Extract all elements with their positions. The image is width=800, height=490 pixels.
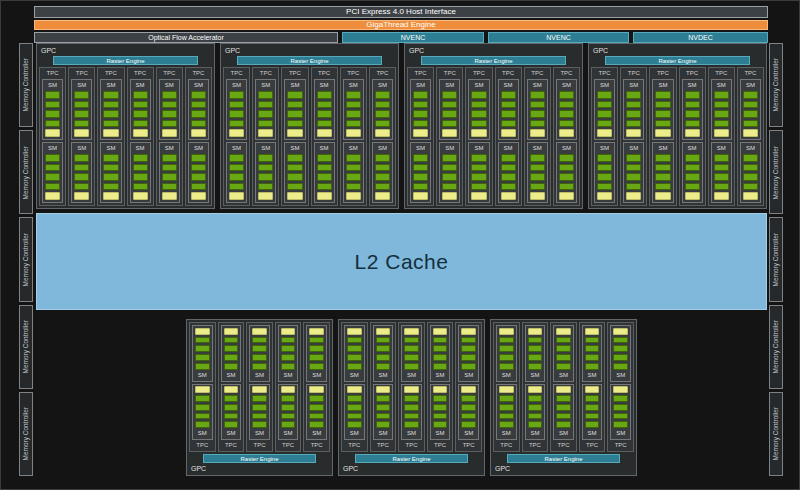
cuda-core-row bbox=[556, 354, 571, 361]
cuda-core-row bbox=[685, 173, 700, 181]
tpc-label: TPC bbox=[99, 69, 122, 78]
cuda-core-row bbox=[556, 404, 571, 411]
cuda-core-row bbox=[413, 110, 428, 118]
special-function-row bbox=[585, 386, 600, 393]
cuda-core-row bbox=[258, 183, 273, 191]
cuda-core-row bbox=[45, 120, 60, 128]
memory-controller-label: Memory Controller bbox=[773, 58, 780, 111]
cuda-core-row bbox=[613, 363, 628, 370]
sm-block: SM bbox=[221, 384, 242, 441]
special-function-row bbox=[45, 192, 60, 200]
cuda-core-row bbox=[433, 404, 448, 411]
special-function-row bbox=[597, 192, 612, 200]
special-function-row bbox=[317, 129, 332, 137]
cuda-core-row bbox=[530, 101, 545, 109]
cuda-core-row bbox=[74, 91, 89, 99]
sm-block: SM bbox=[130, 79, 151, 140]
sm-block: SM bbox=[594, 142, 615, 203]
memory-controller-block: Memory Controller bbox=[19, 305, 33, 389]
special-function-row bbox=[501, 192, 516, 200]
sm-label: SM bbox=[597, 82, 612, 89]
cuda-core-row bbox=[626, 183, 641, 191]
tpc-block: TPCSMSM bbox=[341, 322, 368, 452]
sm-label: SM bbox=[375, 82, 390, 89]
cuda-core-row bbox=[433, 337, 448, 344]
memory-controller-block: Memory Controller bbox=[19, 43, 33, 127]
cuda-core-row bbox=[162, 183, 177, 191]
sm-label: SM bbox=[655, 145, 670, 152]
tpc-label: TPC bbox=[225, 69, 248, 78]
sm-label: SM bbox=[714, 82, 729, 89]
cuda-core-row bbox=[133, 173, 148, 181]
tpc-block: TPCSMSM bbox=[649, 67, 676, 206]
tpc-block: TPCSMSM bbox=[607, 322, 634, 452]
l2-cache-block: L2 Cache bbox=[36, 213, 767, 310]
tpc-block: TPCSMSM bbox=[553, 67, 580, 206]
cuda-core-row bbox=[461, 395, 476, 402]
cuda-core-row bbox=[281, 404, 296, 411]
sm-block: SM bbox=[343, 142, 364, 203]
memory-controller-label: Memory Controller bbox=[773, 320, 780, 373]
cuda-core-row bbox=[499, 354, 514, 361]
sm-block: SM bbox=[221, 325, 242, 382]
tpc-label: TPC bbox=[220, 441, 243, 450]
special-function-row bbox=[376, 328, 391, 335]
sm-label: SM bbox=[714, 145, 729, 152]
cuda-core-row bbox=[530, 154, 545, 162]
tpc-label: TPC bbox=[429, 441, 452, 450]
sm-block: SM bbox=[255, 142, 276, 203]
cuda-core-row bbox=[103, 120, 118, 128]
tpc-label: TPC bbox=[129, 69, 152, 78]
cuda-core-row bbox=[685, 183, 700, 191]
tpc-label: TPC bbox=[342, 69, 365, 78]
sm-label: SM bbox=[626, 82, 641, 89]
gpc-block-top-4: GPCRaster EngineTPCSMSMTPCSMSMTPCSMSMTPC… bbox=[588, 43, 767, 209]
cuda-core-row bbox=[471, 154, 486, 162]
cuda-core-row bbox=[287, 154, 302, 162]
cuda-core-row bbox=[585, 363, 600, 370]
special-function-row bbox=[287, 129, 302, 137]
sm-label: SM bbox=[499, 430, 514, 437]
special-function-row bbox=[346, 129, 361, 137]
cuda-core-row bbox=[471, 120, 486, 128]
sm-block: SM bbox=[284, 142, 305, 203]
cuda-core-row bbox=[597, 154, 612, 162]
sm-block: SM bbox=[130, 142, 151, 203]
sm-label: SM bbox=[191, 145, 206, 152]
cuda-core-row bbox=[252, 421, 267, 428]
gpc-block-top-1: GPCRaster EngineTPCSMSMTPCSMSMTPCSMSMTPC… bbox=[36, 43, 215, 209]
cuda-core-row bbox=[714, 91, 729, 99]
tpc-row: TPCSMSMTPCSMSMTPCSMSMTPCSMSMTPCSMSM bbox=[341, 322, 482, 452]
tpc-label: TPC bbox=[651, 69, 674, 78]
cuda-core-row bbox=[714, 154, 729, 162]
tpc-block: TPCSMSM bbox=[493, 322, 520, 452]
cuda-core-row bbox=[74, 110, 89, 118]
cuda-core-row bbox=[597, 173, 612, 181]
sm-block: SM bbox=[410, 79, 431, 140]
sm-label: SM bbox=[287, 82, 302, 89]
cuda-core-row bbox=[685, 164, 700, 172]
memory-controller-label: Memory Controller bbox=[23, 407, 30, 460]
cuda-core-row bbox=[461, 404, 476, 411]
cuda-core-row bbox=[743, 173, 758, 181]
cuda-core-row bbox=[375, 120, 390, 128]
special-function-row bbox=[317, 192, 332, 200]
tpc-label: TPC bbox=[41, 69, 64, 78]
sm-block: SM bbox=[496, 325, 517, 382]
sm-label: SM bbox=[499, 372, 514, 379]
cuda-core-row bbox=[655, 110, 670, 118]
memory-controller-block: Memory Controller bbox=[769, 43, 783, 127]
cuda-core-row bbox=[346, 173, 361, 181]
sm-label: SM bbox=[613, 430, 628, 437]
cuda-core-row bbox=[162, 101, 177, 109]
tpc-label: TPC bbox=[158, 69, 181, 78]
cuda-core-row bbox=[626, 154, 641, 162]
tpc-row: TPCSMSMTPCSMSMTPCSMSMTPCSMSMTPCSMSMTPCSM… bbox=[223, 67, 396, 206]
cuda-core-row bbox=[195, 345, 210, 352]
cuda-core-row bbox=[224, 395, 239, 402]
cuda-core-row bbox=[309, 395, 324, 402]
tpc-block: TPCSMSM bbox=[579, 322, 606, 452]
special-function-row bbox=[626, 129, 641, 137]
sm-block: SM bbox=[100, 79, 121, 140]
memory-controller-label: Memory Controller bbox=[773, 233, 780, 286]
